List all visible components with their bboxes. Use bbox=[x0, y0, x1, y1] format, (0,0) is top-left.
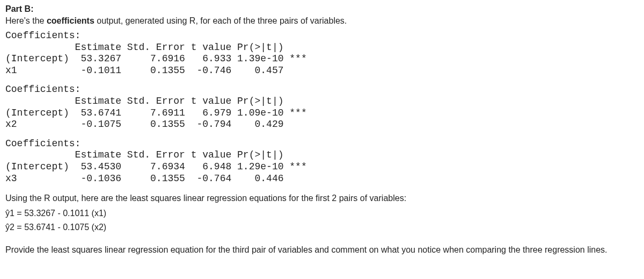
coef-title: Coefficients: bbox=[5, 30, 80, 41]
coef-row: (Intercept) 53.4530 7.6934 6.948 1.29e-1… bbox=[5, 161, 307, 172]
coef-header: Estimate Std. Error t value Pr(>|t|) bbox=[5, 149, 283, 160]
equation-1: ŷ1 = 53.3267 - 0.1011 (x1) bbox=[5, 207, 639, 220]
coef-title: Coefficients: bbox=[5, 138, 80, 149]
coef-row: (Intercept) 53.3267 7.6916 6.933 1.39e-1… bbox=[5, 53, 307, 64]
coefficients-block-1: Coefficients: Estimate Std. Error t valu… bbox=[5, 30, 639, 76]
coef-row: x3 -0.1036 0.1355 -0.764 0.446 bbox=[5, 173, 283, 184]
intro-bold: coefficients bbox=[47, 16, 94, 25]
coef-row: x1 -0.1011 0.1355 -0.746 0.457 bbox=[5, 65, 283, 76]
coefficients-block-2: Coefficients: Estimate Std. Error t valu… bbox=[5, 84, 639, 130]
coef-header: Estimate Std. Error t value Pr(>|t|) bbox=[5, 96, 283, 106]
question-text: Provide the least squares linear regress… bbox=[5, 244, 639, 256]
equation-2: ŷ2 = 53.6741 - 0.1075 (x2) bbox=[5, 221, 639, 234]
part-heading: Part B: bbox=[5, 4, 639, 14]
coef-row: x2 -0.1075 0.1355 -0.794 0.429 bbox=[5, 119, 283, 130]
coef-row: (Intercept) 53.6741 7.6911 6.979 1.09e-1… bbox=[5, 108, 307, 118]
coef-title: Coefficients: bbox=[5, 84, 80, 95]
intro-text: Here's the coefficients output, generate… bbox=[5, 16, 639, 26]
intro-post: output, generated using R, for each of t… bbox=[94, 16, 347, 25]
coef-header: Estimate Std. Error t value Pr(>|t|) bbox=[5, 42, 283, 53]
coefficients-block-3: Coefficients: Estimate Std. Error t valu… bbox=[5, 138, 639, 184]
intro-pre: Here's the bbox=[5, 16, 47, 25]
explain-text: Using the R output, here are the least s… bbox=[5, 192, 639, 205]
